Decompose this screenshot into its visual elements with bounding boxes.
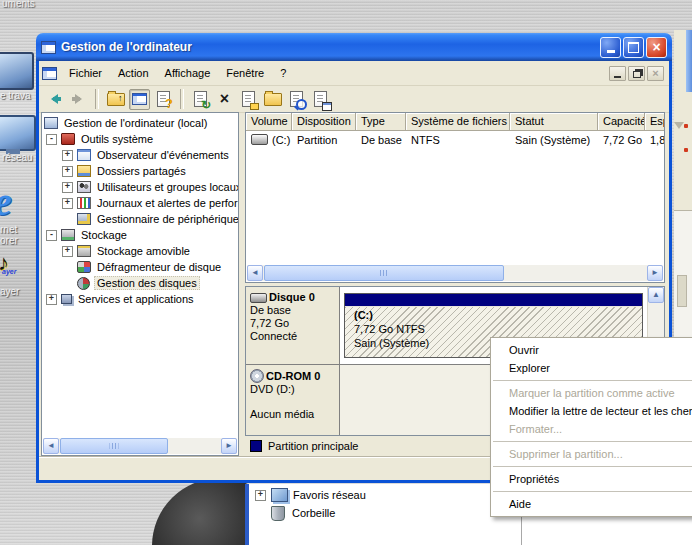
scroll-right-button[interactable]: ► bbox=[647, 265, 663, 281]
tree-item-label: Stockage amovible bbox=[95, 244, 192, 258]
column-header-systeme-fichiers[interactable]: Système de fichiers bbox=[406, 113, 510, 131]
collapse-icon[interactable]: - bbox=[46, 230, 57, 241]
tree-item-outils-systeme[interactable]: - Outils système bbox=[42, 131, 238, 147]
mdi-controls: × bbox=[609, 66, 666, 81]
expand-icon[interactable]: + bbox=[62, 198, 73, 209]
expand-icon[interactable]: + bbox=[62, 182, 73, 193]
menu-action[interactable]: Action bbox=[110, 64, 157, 82]
collapse-icon[interactable]: - bbox=[46, 134, 57, 145]
close-button[interactable]: × bbox=[646, 37, 667, 58]
column-header-capacite[interactable]: Capacité bbox=[598, 113, 645, 131]
my-computer-icon[interactable] bbox=[0, 52, 34, 90]
expand-icon[interactable]: + bbox=[62, 150, 73, 161]
expand-icon[interactable]: + bbox=[62, 166, 73, 177]
column-header-volume[interactable]: Volume bbox=[246, 113, 292, 131]
menu-item-marquer-active: Marquer la partition comme active bbox=[491, 384, 692, 402]
internet-explorer-icon[interactable]: e bbox=[0, 178, 34, 222]
tree-item-stockage[interactable]: - Stockage bbox=[42, 227, 238, 243]
disk-status: Connecté bbox=[250, 330, 337, 343]
desktop-icon-label[interactable]: réseau bbox=[2, 152, 33, 163]
scrollbar-thumb[interactable] bbox=[264, 265, 504, 281]
up-one-level-button[interactable]: ↑ bbox=[105, 89, 126, 110]
tree-item-dossiers-partages[interactable]: + Dossiers partagés bbox=[42, 163, 238, 179]
properties-button[interactable] bbox=[238, 89, 259, 110]
minimize-glyph bbox=[607, 50, 615, 53]
menu-item-explorer[interactable]: Explorer bbox=[491, 359, 692, 377]
menu-item-ouvrir[interactable]: Ouvrir bbox=[491, 341, 692, 359]
scrollbar-thumb[interactable] bbox=[60, 438, 168, 454]
desktop-icon-label[interactable]: e trava bbox=[0, 90, 31, 101]
show-hide-console-tree-button[interactable] bbox=[129, 89, 150, 110]
menu-fenetre[interactable]: Fenêtre bbox=[218, 64, 272, 82]
disposition-cell: Partition bbox=[292, 134, 356, 146]
mdi-child-icon[interactable] bbox=[42, 67, 57, 80]
minimize-glyph bbox=[614, 76, 621, 78]
help-button[interactable]: ? bbox=[153, 89, 174, 110]
desktop-icon-label[interactable]: rnet bbox=[0, 224, 17, 235]
tree-horizontal-scrollbar[interactable]: ◄ ► bbox=[43, 438, 237, 454]
menu-item-modifier-lettre[interactable]: Modifier la lettre de lecteur et les che… bbox=[491, 402, 692, 420]
volume-row-c[interactable]: (C:) Partition De base NTFS Sain (Systèm… bbox=[246, 131, 664, 148]
partition-label: (C:) bbox=[354, 308, 642, 322]
tree-item-computer-management[interactable]: Gestion de l'ordinateur (local) bbox=[42, 115, 238, 131]
cdrom-info[interactable]: CD-ROM 0 DVD (D:) Aucun média bbox=[246, 365, 340, 435]
mdi-minimize-button[interactable] bbox=[609, 66, 626, 81]
tree-item-favoris-reseau[interactable]: + Favoris réseau bbox=[255, 487, 366, 503]
tree-item-gestion-des-disques[interactable]: Gestion des disques bbox=[42, 275, 238, 291]
scroll-left-button[interactable]: ◄ bbox=[247, 265, 263, 281]
delete-icon: × bbox=[220, 91, 229, 107]
column-header-type[interactable]: Type bbox=[356, 113, 406, 131]
export-list-button[interactable] bbox=[310, 89, 331, 110]
cd-icon bbox=[250, 369, 264, 383]
menu-item-aide[interactable]: Aide bbox=[491, 495, 692, 513]
minimize-button[interactable] bbox=[600, 37, 621, 58]
menu-separator bbox=[493, 491, 692, 492]
tree-item-utilisateurs-groupes[interactable]: + Utilisateurs et groupes locaux bbox=[42, 179, 238, 195]
tree-item-services-applications[interactable]: + Services et applications bbox=[42, 291, 238, 307]
menu-fichier[interactable]: Fichier bbox=[61, 64, 110, 82]
volume-list-header: Volume Disposition Type Système de fichi… bbox=[246, 113, 664, 131]
network-places-icon[interactable] bbox=[0, 115, 36, 151]
open-folder-button[interactable] bbox=[262, 89, 283, 110]
media-player-icon[interactable]: ♪ ayer bbox=[0, 250, 28, 280]
delete-button[interactable]: × bbox=[214, 89, 235, 110]
window-glyph bbox=[322, 102, 332, 111]
removable-storage-icon bbox=[77, 245, 91, 257]
red-dot-icon bbox=[684, 124, 688, 128]
mdi-close-button[interactable]: × bbox=[647, 66, 664, 81]
scroll-up-button[interactable]: ▲ bbox=[648, 287, 664, 303]
menu-item-proprietes[interactable]: Propriétés bbox=[491, 470, 692, 488]
event-viewer-icon bbox=[77, 149, 91, 161]
scroll-right-button[interactable]: ► bbox=[221, 438, 237, 454]
tree-item-observateur-evenements[interactable]: + Observateur d'événements bbox=[42, 147, 238, 163]
refresh-button[interactable]: ↻ bbox=[190, 89, 211, 110]
desktop-icon-label[interactable]: orer bbox=[0, 235, 18, 246]
column-header-espace-libre[interactable]: Espace libre bbox=[645, 113, 665, 131]
expand-icon[interactable]: + bbox=[46, 294, 57, 305]
column-header-statut[interactable]: Statut bbox=[510, 113, 598, 131]
status-cell: Sain (Système) bbox=[510, 134, 598, 146]
menu-aide[interactable]: ? bbox=[272, 64, 294, 82]
tree-item-corbeille[interactable]: Corbeille bbox=[271, 505, 335, 521]
expand-icon[interactable]: + bbox=[62, 246, 73, 257]
column-header-disposition[interactable]: Disposition bbox=[292, 113, 356, 131]
expand-icon[interactable]: + bbox=[255, 490, 266, 501]
device-manager-icon bbox=[77, 213, 91, 225]
mdi-restore-button[interactable] bbox=[628, 66, 645, 81]
tree-item-label-selected: Gestion des disques bbox=[94, 276, 200, 290]
tree-item-gestionnaire-peripheriques[interactable]: Gestionnaire de périphériques bbox=[42, 211, 238, 227]
scroll-left-button[interactable]: ◄ bbox=[43, 438, 59, 454]
disk0-info[interactable]: Disque 0 De base 7,72 Go Connecté bbox=[246, 287, 340, 364]
tree-item-journaux-alertes[interactable]: + Journaux et alertes de performance bbox=[42, 195, 238, 211]
forward-button[interactable] bbox=[68, 89, 89, 110]
desktop-icon-label[interactable]: ayer bbox=[0, 286, 19, 297]
tree-item-defragmenteur[interactable]: Défragmenteur de disque bbox=[42, 259, 238, 275]
title-bar[interactable]: Gestion de l'ordinateur × bbox=[36, 33, 672, 61]
menu-affichage[interactable]: Affichage bbox=[157, 64, 219, 82]
tree-item-stockage-amovible[interactable]: + Stockage amovible bbox=[42, 243, 238, 259]
cdrom-drive-letter: DVD (D:) bbox=[250, 383, 337, 396]
volume-list-horizontal-scrollbar[interactable]: ◄ ► bbox=[247, 265, 663, 281]
search-button[interactable] bbox=[286, 89, 307, 110]
back-button[interactable] bbox=[44, 89, 65, 110]
maximize-button[interactable] bbox=[623, 37, 644, 58]
